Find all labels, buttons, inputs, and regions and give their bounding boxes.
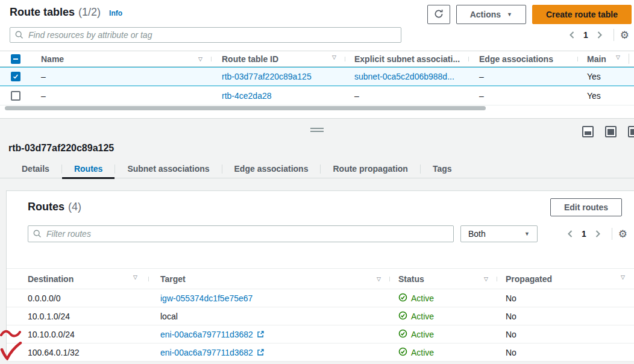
route-table-id-link[interactable]: rtb-03d77af220c89a125	[222, 72, 312, 81]
actions-label: Actions	[470, 10, 501, 19]
cell-propagated: No	[506, 312, 516, 321]
select-all-checkbox[interactable]	[11, 54, 20, 64]
external-link-icon[interactable]	[257, 348, 265, 356]
row-checkbox-checked[interactable]	[11, 72, 20, 81]
tab-routes[interactable]: Routes	[62, 160, 115, 178]
cell-destination: 100.64.0.1/32	[28, 348, 80, 357]
divider	[612, 228, 612, 240]
route-row[interactable]: 100.64.0.1/32 eni-00ac6a797711d3682 Acti…	[7, 344, 634, 362]
panel-tabs: Details Routes Subnet associations Edge …	[0, 160, 634, 178]
settings-gear-icon[interactable]: ⚙	[620, 30, 629, 40]
tab-subnet-associations[interactable]: Subnet associations	[115, 160, 221, 178]
cell-destination: 10.10.0.0/24	[28, 330, 75, 339]
search-row	[10, 27, 401, 43]
routes-pagination: 1 ⚙	[562, 225, 627, 242]
cell-main: Yes	[587, 91, 601, 101]
sort-icon: ▽	[133, 274, 137, 280]
cell-main: Yes	[587, 72, 601, 81]
target-link[interactable]: eni-00ac6a797711d3682	[160, 348, 253, 357]
route-table-id-link[interactable]: rtb-4ce2da28	[222, 91, 272, 101]
scope-select[interactable]: Both ▼	[460, 225, 538, 242]
edit-routes-button[interactable]: Edit routes	[550, 198, 622, 216]
table-header-row: Name ▽ Route table ID ▽ Explicit subnet …	[0, 51, 634, 67]
table-row[interactable]: – rtb-03d77af220c89a125 subnet-0ca5c2d06…	[0, 67, 634, 86]
toolbar: Actions ▼ Create route table	[427, 5, 632, 24]
layout-bottom-panel-icon[interactable]	[582, 126, 594, 137]
cell-edge: –	[479, 91, 484, 101]
panel-layout-controls	[582, 126, 634, 137]
scope-select-value: Both	[468, 229, 486, 239]
status-text: Active	[411, 312, 434, 321]
column-header-route-table-id[interactable]: Route table ID ▽	[211, 54, 345, 64]
column-header-name[interactable]: Name ▽	[31, 54, 211, 64]
routes-card: Routes (4) Edit routes Both ▼ 1	[6, 190, 634, 360]
status-text: Active	[411, 330, 434, 339]
routes-header-row: Destination ▽ Target ▽ Status ▽ Propagat…	[7, 268, 634, 289]
prev-page-button[interactable]	[562, 226, 578, 242]
status-ok-icon	[398, 293, 407, 304]
column-header-propagated[interactable]: Propagated ▽	[497, 274, 634, 284]
route-row[interactable]: 10.10.0.0/24 eni-00ac6a797711d3682 Activ…	[7, 325, 634, 344]
sort-icon: ▽	[484, 276, 488, 282]
status-ok-icon	[398, 347, 407, 358]
sort-icon: ▽	[616, 54, 620, 60]
caret-down-icon: ▼	[524, 231, 530, 237]
row-checkbox-unchecked[interactable]	[11, 91, 20, 101]
search-icon	[15, 31, 24, 41]
column-header-destination[interactable]: Destination ▽	[7, 274, 148, 284]
tab-edge-associations[interactable]: Edge associations	[222, 160, 321, 178]
page-title: Route tables	[10, 6, 75, 19]
cell-destination: 0.0.0.0/0	[28, 293, 61, 303]
cell-target: local	[160, 312, 178, 321]
cell-propagated: No	[506, 348, 516, 357]
settings-gear-icon[interactable]: ⚙	[618, 229, 627, 239]
column-header-edge-associations[interactable]: Edge associations	[468, 54, 577, 64]
page-header: Route tables (1/2) Info	[10, 6, 122, 23]
info-link[interactable]: Info	[109, 9, 122, 17]
filter-routes-input[interactable]	[28, 225, 454, 242]
layout-side-panel-icon[interactable]	[628, 126, 634, 137]
target-link[interactable]: eni-00ac6a797711d3682	[160, 330, 253, 339]
column-header-explicit-subnet[interactable]: Explicit subnet associati...	[345, 54, 468, 64]
target-link[interactable]: igw-055374dc1f5e75e67	[160, 293, 253, 303]
sort-icon: ▽	[198, 56, 202, 62]
panel-resize-handle[interactable]	[310, 128, 324, 134]
create-route-table-button[interactable]: Create route table	[532, 5, 632, 24]
route-tables-table: Name ▽ Route table ID ▽ Explicit subnet …	[0, 51, 634, 105]
cell-subnet: –	[354, 91, 359, 101]
external-link-icon[interactable]	[257, 330, 265, 338]
routes-count: (4)	[68, 201, 81, 213]
tab-route-propagation[interactable]: Route propagation	[321, 160, 419, 178]
column-header-target[interactable]: Target ▽	[148, 274, 389, 284]
actions-button[interactable]: Actions ▼	[456, 5, 526, 24]
horizontal-scrollbar[interactable]	[5, 106, 486, 110]
top-pagination: 1 ⚙	[564, 27, 629, 43]
selected-count: (1/2)	[78, 6, 101, 19]
column-header-main[interactable]: Main ▽	[577, 54, 629, 64]
refresh-button[interactable]	[427, 5, 450, 24]
prev-page-button[interactable]	[564, 27, 580, 43]
column-header-overflow	[629, 51, 634, 66]
sort-icon: ▽	[332, 54, 336, 60]
subnet-association-link[interactable]: subnet-0ca5c2d06b988d...	[354, 72, 454, 81]
table-row[interactable]: – rtb-4ce2da28 – – Yes	[0, 86, 634, 105]
cell-propagated: No	[506, 293, 516, 303]
status-text: Active	[411, 293, 434, 303]
route-row[interactable]: 10.0.1.0/24 local Active No	[7, 307, 634, 325]
tab-tags[interactable]: Tags	[421, 160, 464, 178]
page-number: 1	[583, 30, 588, 40]
route-tables-console: Route tables (1/2) Info Actions ▼ Create…	[0, 0, 634, 364]
tab-details[interactable]: Details	[10, 160, 61, 178]
divider	[614, 29, 614, 41]
routes-table: Destination ▽ Target ▽ Status ▽ Propagat…	[7, 268, 634, 360]
layout-full-panel-icon[interactable]	[605, 126, 617, 137]
search-input[interactable]	[10, 27, 401, 43]
cell-name: –	[41, 72, 46, 81]
create-label: Create route table	[546, 10, 618, 19]
next-page-button[interactable]	[590, 226, 606, 242]
status-ok-icon	[398, 311, 407, 322]
routes-title: Routes	[28, 201, 64, 213]
route-row[interactable]: 0.0.0.0/0 igw-055374dc1f5e75e67 Active N…	[7, 289, 634, 307]
next-page-button[interactable]	[592, 27, 607, 43]
column-header-status[interactable]: Status ▽	[389, 274, 497, 284]
